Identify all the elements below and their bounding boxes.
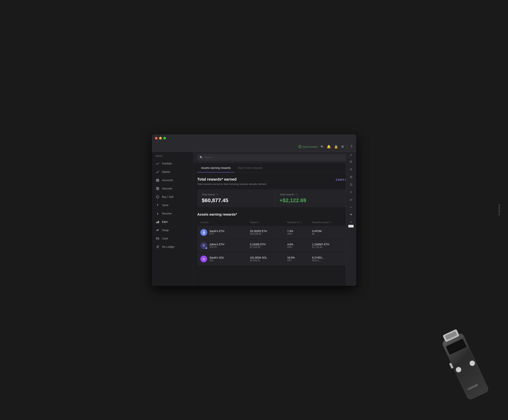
staked-amount-2: 101.6534 SOL (250, 256, 287, 259)
staked-cell-2: 101.6534 SOL $3,049.61 (250, 256, 287, 262)
sidebar-item-discover[interactable]: Discover (152, 184, 193, 193)
lock-icon[interactable]: 🔒 (334, 145, 338, 149)
tab-assets-earning[interactable]: Assets earning rewards (197, 163, 235, 172)
asset-cell-2: ◎ Sarah's SOL SOL (200, 255, 250, 262)
view-icon[interactable]: ⊟ (347, 181, 354, 188)
gear-device-icon[interactable]: ⚙ (347, 158, 354, 165)
tab-earn-more[interactable]: Earn more rewards (235, 163, 266, 172)
plus-icon[interactable]: + (347, 204, 354, 211)
table-row[interactable]: ◎ Sarah's SOL SOL 101.6534 SOL $3,049.61… (197, 253, 353, 265)
accounts-icon (156, 178, 160, 182)
info-icon-staked-col[interactable]: ⓘ (258, 221, 260, 224)
staked-usd-1: $7,328.39 (250, 246, 287, 248)
top-icons: 👁 🔔 🔒 ⚙ ? (320, 145, 352, 149)
sidebar-item-accounts[interactable]: Accounts (152, 176, 193, 184)
menu-label: MENU (152, 155, 193, 157)
bell-icon[interactable]: 🔔 (327, 145, 331, 149)
svg-rect-3 (156, 187, 157, 188)
card-icon (156, 237, 160, 240)
content-area: 🔍 Search Assets earning rewards Earn mor… (193, 152, 356, 286)
earn-icon (156, 220, 160, 224)
info-icon-staked[interactable]: ⓘ (216, 193, 218, 196)
assets-table: Account Staked ⓘ Rewards % ⓘ Rewards ear… (197, 220, 353, 265)
stats-cards: Total staked ⓘ $60,877.45 Total rewards … (197, 189, 353, 207)
market-icon (156, 170, 160, 174)
rewards-type-1: APR (287, 246, 312, 248)
sidebar-label-swap: Swap (162, 229, 169, 232)
table-header: Account Staked ⓘ Rewards % ⓘ Rewards ear… (197, 220, 353, 225)
rectangle-icon[interactable] (348, 225, 353, 227)
maximize-button[interactable] (163, 137, 166, 140)
sidebar-item-buy-sell[interactable]: $ Buy / Sell (152, 193, 193, 201)
asset-name-0: Sarah's ETH (209, 230, 224, 232)
bar-icon[interactable]: ≡ (347, 189, 354, 195)
sidebar-item-send[interactable]: Send (152, 201, 193, 209)
slash-icon[interactable]: ⊘ (347, 166, 354, 173)
sidebar: MENU Portfolio Market (152, 152, 193, 286)
svg-rect-23 (446, 338, 467, 355)
svg-rect-21 (442, 329, 459, 342)
total-staked-value: $60,877.45 (202, 197, 270, 203)
sidebar-item-receive[interactable]: Receive (152, 209, 193, 218)
info-icon-rewards-earned[interactable]: ⓘ (330, 221, 331, 224)
info-icon-rewards[interactable]: ⓘ (295, 193, 297, 196)
rewards-earned-cell-2: 8.27453... $248.2... (312, 256, 349, 262)
assets-section-title: Assets earning rewards* (197, 213, 353, 217)
search-placeholder: Search (204, 156, 212, 159)
sidebar-item-earn[interactable]: Earn (152, 218, 193, 226)
asset-name-1: Johns's ETH (209, 243, 224, 246)
flag-icon[interactable]: ⚑ (347, 211, 354, 218)
th-rewards-earned: Rewards earned ⓘ (312, 221, 349, 224)
gear-icon[interactable]: ⚙ (341, 145, 344, 149)
svg-rect-11 (156, 222, 157, 223)
sidebar-item-my-ledger[interactable]: My Ledger (152, 243, 193, 251)
svg-point-19 (158, 246, 159, 246)
search-bar[interactable]: 🔍 Search (197, 154, 353, 161)
asset-ticker-0: ETH (209, 232, 224, 235)
sidebar-item-swap[interactable]: Swap (152, 226, 193, 234)
rewards-header: Total rewards* earned Total rewards earn… (197, 177, 353, 186)
portfolio-icon (156, 162, 160, 165)
exchange-icon[interactable]: ⇄ (347, 196, 354, 203)
sidebar-item-card[interactable]: Card (152, 234, 193, 243)
asset-info-1: Johns's ETH STETH (209, 243, 224, 248)
chevron-up-icon[interactable]: ▲ (350, 153, 352, 156)
asset-icon-steth: S ⟠ (200, 242, 207, 249)
svg-rect-5 (156, 189, 157, 190)
divider (347, 145, 347, 149)
total-staked-label: Total staked ⓘ (202, 193, 270, 196)
help-icon[interactable]: ? (350, 145, 352, 149)
chevron-down-icon[interactable]: ▼ (350, 221, 352, 223)
discover-icon (156, 187, 160, 190)
sidebar-item-portfolio[interactable]: Portfolio (152, 159, 193, 168)
svg-point-18 (157, 246, 158, 247)
top-bar: ✓ Synchronized 👁 🔔 🔒 ⚙ ? (152, 142, 356, 152)
svg-rect-0 (156, 179, 159, 180)
rewards-earned-0: 0 ATOM (312, 230, 349, 232)
close-button[interactable] (155, 137, 158, 140)
main-layout: MENU Portfolio Market (152, 152, 356, 286)
minimize-button[interactable] (159, 137, 162, 140)
table-row[interactable]: S ⟠ Johns's ETH STETH 5.23456 ETH $7,328… (197, 239, 353, 252)
rewards-earned-usd-2: $248.2... (312, 259, 349, 262)
divider-bottom (348, 219, 354, 220)
sidebar-label-receive: Receive (162, 212, 172, 215)
asset-info-2: Sarah's SOL SOL (209, 256, 224, 262)
svg-rect-22 (445, 331, 457, 340)
sidebar-label-discover: Discover (162, 187, 172, 190)
eye-icon[interactable]: 👁 (320, 145, 324, 149)
info-icon-rewards-pct[interactable]: ⓘ (300, 221, 302, 224)
ledger-device: LEDGER (426, 321, 508, 416)
sidebar-item-market[interactable]: Market (152, 168, 193, 176)
grid-icon[interactable]: ⊞ (347, 173, 354, 180)
receive-icon (156, 212, 160, 215)
cosmos-label: Cosmos (498, 204, 501, 216)
rewards-earned-usd-1: $1,728.40 (312, 246, 349, 248)
svg-rect-2 (156, 181, 159, 181)
svg-text:LEDGER: LEDGER (467, 383, 479, 391)
rewards-pct-1: 4.6% (287, 243, 312, 246)
asset-name-2: Sarah's SOL (209, 256, 224, 259)
th-staked: Staked ⓘ (250, 221, 287, 224)
rewards-earned-1: 1.234567 ETH (312, 243, 349, 246)
table-row[interactable]: ⟠ Sarah's ETH ETH 33.26355 ETH $46,568.9… (197, 226, 353, 239)
